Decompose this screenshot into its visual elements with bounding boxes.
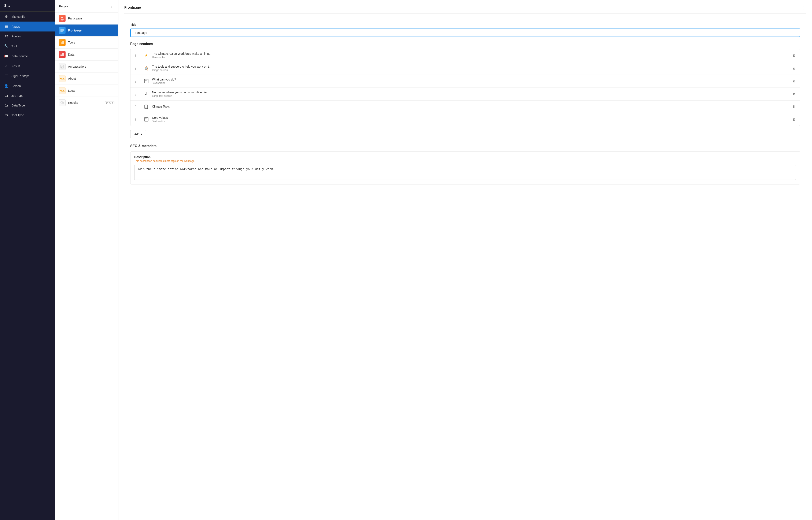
page-label: Frontpage bbox=[68, 29, 115, 32]
delete-section-button[interactable]: 🗑 bbox=[791, 91, 796, 97]
svg-text:T: T bbox=[145, 80, 147, 82]
delete-section-button[interactable]: 🗑 bbox=[791, 104, 796, 109]
job-type-icon: 🗂 bbox=[4, 94, 8, 98]
sidebar-item-label: Pages bbox=[11, 25, 20, 28]
page-item-data[interactable]: Data bbox=[55, 49, 118, 61]
gear-icon: ⚙ bbox=[4, 15, 8, 19]
page-label: Tools bbox=[68, 41, 115, 44]
add-section-button[interactable]: Add ▾ bbox=[130, 130, 146, 138]
sidebar-item-label: Site config bbox=[11, 15, 25, 18]
section-row-climate-tools: ⋮⋮ Climate Tools 🗑 bbox=[130, 101, 800, 113]
pages-panel-title: Pages bbox=[59, 4, 100, 8]
section-info-tools-support: The tools and support to help you work o… bbox=[152, 65, 789, 72]
page-item-participate[interactable]: Participate bbox=[55, 12, 118, 25]
section-type: Large text section bbox=[152, 95, 789, 97]
sidebar-item-data-source[interactable]: 📖 Data Source bbox=[0, 51, 55, 61]
sidebar-item-job-type[interactable]: 🗂 Job Type bbox=[0, 91, 55, 101]
sidebar-item-label: Tool bbox=[11, 45, 17, 48]
sidebar-item-label: Data Type bbox=[11, 104, 25, 107]
star-icon: ★ bbox=[143, 52, 149, 58]
sidebar-item-routes[interactable]: ⛓ Routes bbox=[0, 31, 55, 41]
participate-thumb-svg bbox=[60, 16, 64, 21]
section-type: Text section bbox=[152, 82, 789, 84]
section-row-tools-support: ⋮⋮ The tools and support to help you wor… bbox=[130, 62, 800, 75]
delete-section-button[interactable]: 🗑 bbox=[791, 78, 796, 84]
title-field-label: Title bbox=[130, 23, 800, 26]
title-input[interactable] bbox=[130, 28, 800, 37]
core-values-icon: T bbox=[143, 116, 149, 123]
signup-steps-icon: ☰ bbox=[4, 74, 8, 78]
section-name: What can you do? bbox=[152, 78, 789, 81]
section-row-no-matter: ⋮⋮ A No matter where you sit on your off… bbox=[130, 88, 800, 101]
page-item-tools[interactable]: Tools bbox=[55, 36, 118, 49]
sidebar: Site ⚙ Site config ▦ Pages ⛓ Routes 🔧 To… bbox=[0, 0, 55, 520]
page-label: About bbox=[68, 77, 115, 80]
add-page-button[interactable]: + bbox=[101, 4, 106, 9]
seo-description-label: Description bbox=[134, 155, 796, 159]
svg-text:T: T bbox=[145, 118, 147, 121]
sidebar-item-label: Job Type bbox=[11, 94, 23, 97]
sidebar-item-label: Routes bbox=[11, 35, 21, 38]
content-area: Title Page sections ⋮⋮ ★ The Climate Act… bbox=[124, 18, 806, 189]
page-item-frontpage[interactable]: Frontpage bbox=[55, 25, 118, 36]
page-thumb-frontpage bbox=[59, 27, 66, 34]
main-menu-button[interactable]: ⋮ bbox=[802, 5, 806, 10]
page-label: Data bbox=[68, 53, 115, 56]
page-sections-heading: Page sections bbox=[130, 42, 800, 46]
sidebar-item-label: SignUp Steps bbox=[11, 74, 30, 78]
sidebar-item-label: Result bbox=[11, 64, 20, 68]
page-label: Participate bbox=[68, 17, 115, 20]
delete-section-button[interactable]: 🗑 bbox=[791, 53, 796, 58]
main-content: Frontpage ⋮ Title Page sections ⋮⋮ ★ The… bbox=[118, 0, 812, 520]
section-name: The tools and support to help you work o… bbox=[152, 65, 789, 68]
main-header-title: Frontpage bbox=[124, 6, 802, 9]
drag-handle-icon[interactable]: ⋮⋮ bbox=[134, 118, 141, 122]
page-label: Results bbox=[68, 101, 102, 104]
pages-panel: Pages + ⋮ Participate Frontpage bbox=[55, 0, 118, 520]
drag-handle-icon[interactable]: ⋮⋮ bbox=[134, 53, 141, 57]
page-item-about[interactable]: HIVE About bbox=[55, 73, 118, 85]
sidebar-item-pages[interactable]: ▦ Pages bbox=[0, 22, 55, 31]
tool-icon: 🔧 bbox=[4, 44, 8, 48]
seo-description-input[interactable]: Join the climate action workforce and ma… bbox=[134, 165, 796, 180]
svg-rect-5 bbox=[62, 42, 63, 44]
page-thumb-about: HIVE bbox=[59, 75, 66, 82]
page-thumb-tools bbox=[59, 39, 66, 46]
section-type: Hero section bbox=[152, 56, 789, 59]
seo-description-hint: This description populates meta-tags on … bbox=[134, 159, 796, 162]
result-icon: ✓ bbox=[4, 64, 8, 68]
sidebar-item-site-config[interactable]: ⚙ Site config bbox=[0, 11, 55, 22]
section-row-what-can: ⋮⋮ T What can you do? Text section 🗑 bbox=[130, 75, 800, 88]
tool-type-icon: 🗂 bbox=[4, 113, 8, 117]
delete-section-button[interactable]: 🗑 bbox=[791, 116, 796, 122]
section-name: Core values bbox=[152, 116, 789, 120]
draft-badge: DRAFT bbox=[105, 101, 115, 104]
add-label: Add bbox=[134, 132, 140, 136]
pages-header: Pages + ⋮ bbox=[55, 0, 118, 12]
drag-handle-icon[interactable]: ⋮⋮ bbox=[134, 66, 141, 70]
sidebar-item-signup-steps[interactable]: ☰ SignUp Steps bbox=[0, 71, 55, 81]
delete-section-button[interactable]: 🗑 bbox=[791, 66, 796, 71]
sidebar-item-data-type[interactable]: 🗂 Data Type bbox=[0, 101, 55, 110]
sidebar-item-tool[interactable]: 🔧 Tool bbox=[0, 41, 55, 51]
section-type: Image section bbox=[152, 69, 789, 72]
climate-tools-icon bbox=[143, 104, 149, 110]
drag-handle-icon[interactable]: ⋮⋮ bbox=[134, 92, 141, 96]
section-type: Text section bbox=[152, 120, 789, 123]
results-thumb-svg bbox=[60, 101, 64, 105]
pages-menu-button[interactable]: ⋮ bbox=[108, 3, 115, 9]
sidebar-item-result[interactable]: ✓ Result bbox=[0, 61, 55, 71]
page-item-results[interactable]: Results DRAFT bbox=[55, 97, 118, 109]
page-item-ambassadors[interactable]: Ambassadors bbox=[55, 61, 118, 73]
page-item-legal[interactable]: HIVE Legal bbox=[55, 85, 118, 97]
sidebar-item-person[interactable]: 👤 Person bbox=[0, 81, 55, 91]
section-info-core-values: Core values Text section bbox=[152, 116, 789, 123]
drag-handle-icon[interactable]: ⋮⋮ bbox=[134, 105, 141, 109]
seo-metadata-heading: SEO & metadata bbox=[130, 144, 800, 148]
text-section-icon: T bbox=[143, 78, 149, 84]
sidebar-item-tool-type[interactable]: 🗂 Tool Type bbox=[0, 110, 55, 120]
section-info-what-can: What can you do? Text section bbox=[152, 78, 789, 84]
drag-handle-icon[interactable]: ⋮⋮ bbox=[134, 79, 141, 83]
page-thumb-data bbox=[59, 51, 66, 58]
image-section-icon bbox=[143, 65, 149, 72]
